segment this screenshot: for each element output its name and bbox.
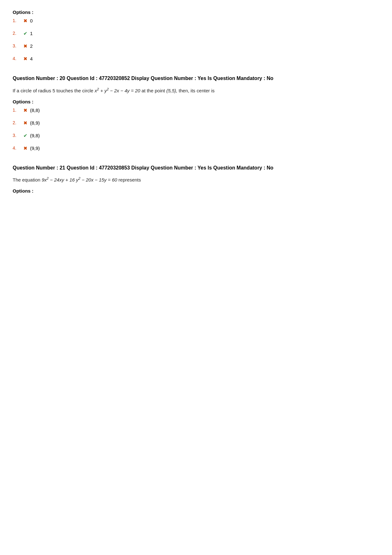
option-text: 2 — [30, 43, 33, 49]
list-item: 4. ✖ 4 — [13, 56, 379, 62]
option-text: (8,9) — [30, 120, 40, 126]
wrong-icon: ✖ — [23, 120, 28, 126]
option-number: 2. — [13, 31, 22, 36]
top-options-block: Options : 1. ✖ 0 2. ✔ 1 3. ✖ 2 4. ✖ 4 — [13, 9, 379, 62]
options-list-top: 1. ✖ 0 2. ✔ 1 3. ✖ 2 4. ✖ 4 — [13, 18, 379, 62]
list-item: 1. ✖ 0 — [13, 18, 379, 24]
option-number: 4. — [13, 145, 22, 151]
options-label-q20: Options : — [13, 99, 379, 104]
question-20-block: Question Number : 20 Question Id : 47720… — [13, 74, 379, 151]
options-label-q21: Options : — [13, 188, 379, 194]
option-text: 4 — [30, 56, 33, 61]
math-expression-21: 9x2 − 24xy + 16 y2 − 20x − 15y = 60 — [42, 177, 117, 182]
math-expression: x2 + y2 − 2x − 4y = 20 — [95, 88, 140, 93]
question-21-text: The equation 9x2 − 24xy + 16 y2 − 20x − … — [13, 176, 379, 184]
option-text: 0 — [30, 18, 33, 23]
option-text: (9,8) — [30, 133, 40, 138]
option-text: 1 — [30, 31, 33, 36]
question-21-header: Question Number : 21 Question Id : 47720… — [13, 164, 379, 172]
option-text: (8,8) — [30, 108, 40, 113]
list-item: 3. ✔ (9,8) — [13, 133, 379, 139]
option-number: 1. — [13, 108, 22, 113]
option-text: (9,9) — [30, 145, 40, 151]
wrong-icon: ✖ — [23, 108, 28, 113]
option-number: 3. — [13, 43, 22, 48]
question-text-prefix: If a circle of radius 5 touches the circ… — [13, 88, 95, 93]
point-expression: (5,5), — [166, 88, 177, 93]
question-21-suffix: represents — [117, 177, 141, 182]
wrong-icon: ✖ — [23, 43, 28, 49]
question-20-header: Question Number : 20 Question Id : 47720… — [13, 74, 379, 83]
question-21-prefix: The equation — [13, 177, 42, 182]
list-item: 4. ✖ (9,9) — [13, 145, 379, 151]
list-item: 1. ✖ (8,8) — [13, 108, 379, 113]
options-label-top: Options : — [13, 9, 379, 15]
correct-icon: ✔ — [23, 133, 28, 139]
list-item: 2. ✖ (8,9) — [13, 120, 379, 126]
correct-icon: ✔ — [23, 31, 28, 36]
option-number: 1. — [13, 18, 22, 23]
wrong-icon: ✖ — [23, 56, 28, 62]
list-item: 3. ✖ 2 — [13, 43, 379, 49]
option-number: 4. — [13, 56, 22, 61]
options-list-q20: 1. ✖ (8,8) 2. ✖ (8,9) 3. ✔ (9,8) 4. ✖ (9… — [13, 108, 379, 151]
question-text-middle: at the point — [140, 88, 167, 93]
wrong-icon: ✖ — [23, 145, 28, 151]
option-number: 3. — [13, 133, 22, 138]
question-text-suffix: then, its center is — [177, 88, 215, 93]
wrong-icon: ✖ — [23, 18, 28, 24]
list-item: 2. ✔ 1 — [13, 31, 379, 36]
question-21-block: Question Number : 21 Question Id : 47720… — [13, 164, 379, 194]
question-20-text: If a circle of radius 5 touches the circ… — [13, 86, 379, 95]
option-number: 2. — [13, 120, 22, 125]
